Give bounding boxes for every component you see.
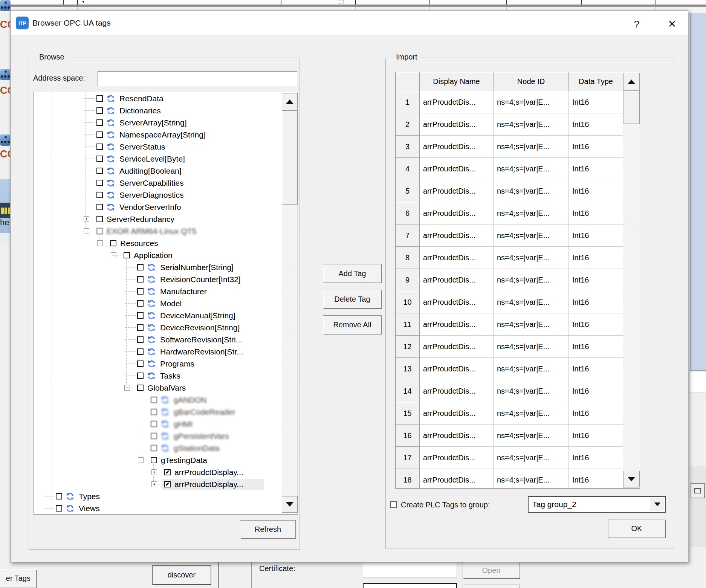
display-name-cell[interactable]: arrProudctDis... [420, 380, 494, 402]
data-type-cell[interactable]: Int16 [569, 225, 623, 247]
tree-item-row[interactable]: −EXOR ARM64-Linux QT5 [35, 225, 281, 237]
data-type-cell[interactable]: Int16 [569, 358, 623, 380]
tree-item-label[interactable]: ServerCapabilities [119, 177, 183, 189]
display-name-cell[interactable]: arrProudctDis... [420, 269, 494, 291]
data-type-cell[interactable]: Int16 [569, 291, 623, 313]
tree-item-label[interactable]: gPersistentVars [174, 430, 229, 442]
import-table-row[interactable]: 8arrProudctDis...ns=4;s=|var|E...Int16 [396, 247, 623, 269]
tree-checkbox[interactable] [96, 180, 103, 186]
tree-checkbox[interactable] [151, 445, 157, 451]
tree-item-label[interactable]: SoftwareRevision[Stri... [160, 334, 242, 345]
tree-item-label[interactable]: NamespaceArray[String] [119, 129, 206, 141]
import-table[interactable]: Display Name Node ID Data Type 1arrProud… [395, 72, 640, 489]
certificate-input[interactable] [363, 563, 457, 577]
tree-checkbox[interactable] [137, 300, 144, 307]
tree-item-row[interactable]: ResendData [35, 93, 281, 105]
tree-checkbox[interactable] [151, 409, 157, 415]
tree-checkbox[interactable] [96, 228, 103, 234]
tree-item-label[interactable]: arrProudctDisplay... [174, 478, 243, 490]
collapse-icon[interactable]: − [84, 228, 89, 234]
tree-checkbox[interactable] [151, 397, 157, 403]
data-type-header[interactable]: Data Type [569, 72, 623, 91]
tree-item-label[interactable]: EXOR ARM64-Linux QT5 [107, 225, 196, 237]
tree-checkbox[interactable] [110, 240, 116, 246]
combobox-dropdown-button[interactable] [650, 498, 664, 511]
tree-checkbox[interactable] [137, 312, 144, 319]
expand-icon[interactable]: + [151, 469, 157, 475]
tree-checkbox[interactable] [124, 252, 130, 258]
close-button[interactable]: ✕ [663, 15, 681, 33]
tree-item-row[interactable]: ServerArray[String] [35, 117, 281, 129]
tree-checkbox[interactable] [96, 156, 103, 162]
tree-item-label[interactable]: gBarCodeReader [174, 406, 235, 418]
tree-checkbox[interactable] [151, 421, 157, 427]
import-table-row[interactable]: 3arrProudctDis...ns=4;s=|var|E...Int16 [396, 136, 623, 158]
import-table-row[interactable]: 16arrProudctDis...ns=4;s=|var|E...Int16 [396, 425, 623, 447]
import-table-row[interactable]: 15arrProudctDis...ns=4;s=|var|E...Int16 [396, 402, 623, 425]
tree-item-label[interactable]: Types [79, 490, 100, 502]
create-plc-tags-checkbox[interactable] [390, 501, 397, 508]
tree-item-row[interactable]: +ServerRedundancy [35, 213, 281, 225]
collapse-icon[interactable]: − [97, 240, 103, 246]
data-type-cell[interactable]: Int16 [569, 113, 623, 136]
tree-item-label[interactable]: DeviceManual[String] [160, 310, 235, 321]
tree-checkbox[interactable] [137, 324, 144, 331]
tree-item-row[interactable]: gBarCodeReader [35, 406, 281, 418]
node-id-cell[interactable]: ns=4;s=|var|E... [494, 447, 569, 469]
data-type-cell[interactable]: Int16 [569, 402, 623, 425]
tree-checkbox[interactable]: ✔ [164, 469, 171, 475]
data-type-cell[interactable]: Int16 [569, 180, 623, 202]
import-table-row[interactable]: 6arrProudctDis...ns=4;s=|var|E...Int16 [396, 202, 623, 225]
data-type-cell[interactable]: Int16 [569, 425, 623, 447]
display-name-cell[interactable]: arrProudctDis... [420, 158, 494, 180]
tree-item-row[interactable]: gHMI [35, 418, 281, 430]
node-id-cell[interactable]: ns=4;s=|var|E... [494, 402, 569, 425]
display-name-cell[interactable]: arrProudctDis... [420, 291, 494, 313]
bg-small-button[interactable] [691, 483, 705, 498]
data-type-cell[interactable]: Int16 [569, 380, 623, 402]
import-table-row[interactable]: 4arrProudctDis...ns=4;s=|var|E...Int16 [396, 158, 623, 180]
tree-item-row[interactable]: Programs [35, 358, 281, 370]
tree-item-label[interactable]: ServiceLevel[Byte] [119, 153, 185, 165]
tree-item-row[interactable]: gStationData [35, 442, 281, 454]
tree-item-row[interactable]: ServiceLevel[Byte] [35, 153, 281, 165]
tree-item-row[interactable]: Views [35, 502, 281, 513]
display-name-cell[interactable]: arrProudctDis... [420, 336, 494, 358]
display-name-header[interactable]: Display Name [420, 72, 494, 91]
delete-tag-button[interactable]: Delete Tag [323, 290, 382, 309]
display-name-cell[interactable]: arrProudctDis... [420, 358, 494, 380]
node-id-cell[interactable]: ns=4;s=|var|E... [494, 202, 569, 225]
tree-checkbox[interactable] [151, 457, 157, 463]
tree-item-label[interactable]: Programs [160, 358, 194, 370]
tree-item-label[interactable]: HardwareRevision[Str... [160, 346, 243, 357]
tree-checkbox[interactable] [56, 505, 62, 512]
tree-item-label[interactable]: ResendData [119, 93, 164, 104]
tree-item-row[interactable]: DeviceRevision[String] [35, 322, 281, 334]
tree-item-row[interactable]: Auditing[Boolean] [35, 165, 281, 177]
display-name-cell[interactable]: arrProudctDis... [420, 225, 494, 247]
tree-item-row[interactable]: VendorServerInfo [35, 201, 281, 213]
tree-item-label[interactable]: Auditing[Boolean] [119, 165, 182, 177]
display-name-cell[interactable]: arrProudctDis... [420, 313, 494, 336]
tree-checkbox[interactable] [137, 264, 144, 270]
tree-item-row[interactable]: RevisionCounter[Int32] [35, 273, 281, 286]
tree-item-row[interactable]: ServerCapabilities [35, 177, 281, 189]
tree-item-row[interactable]: −Application [35, 249, 281, 261]
import-table-row[interactable]: 7arrProudctDis...ns=4;s=|var|E...Int16 [396, 225, 623, 247]
tree-item-row[interactable]: gPersistentVars [35, 430, 281, 442]
tree-item-label[interactable]: Model [160, 298, 182, 309]
data-type-cell[interactable]: Int16 [569, 313, 623, 336]
tree-item-label[interactable]: Tasks [160, 370, 180, 382]
remove-all-button[interactable]: Remove All [323, 315, 382, 334]
scroll-up-button[interactable] [623, 73, 640, 91]
tree-checkbox[interactable] [137, 348, 144, 355]
import-table-row[interactable]: 9arrProudctDis...ns=4;s=|var|E...Int16 [396, 269, 623, 291]
import-table-row[interactable]: 12arrProudctDis...ns=4;s=|var|E...Int16 [396, 336, 623, 358]
node-id-cell[interactable]: ns=4;s=|var|E... [494, 425, 569, 447]
tag-group-combobox[interactable]: Tag group_2 [528, 496, 666, 513]
import-table-row[interactable]: 14arrProudctDis...ns=4;s=|var|E...Int16 [396, 380, 623, 402]
import-table-row[interactable]: 17arrProudctDis...ns=4;s=|var|E...Int16 [396, 447, 623, 469]
tree-item-label[interactable]: DeviceRevision[String] [160, 322, 240, 333]
tree-checkbox[interactable] [96, 204, 103, 210]
tree-item-row[interactable]: +✔arrProudctDisplay... [35, 478, 281, 490]
